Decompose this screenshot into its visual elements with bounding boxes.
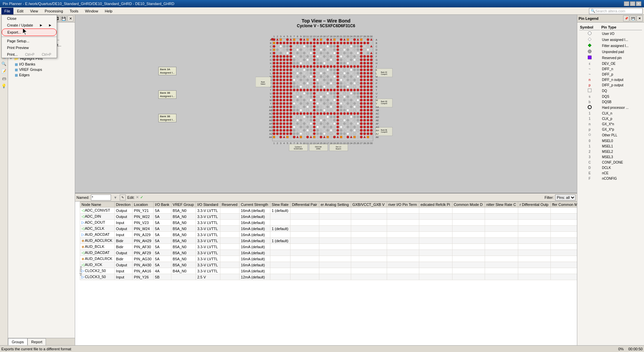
svg-rect-954	[340, 136, 342, 138]
col-common-mode[interactable]: Common Mode D	[452, 202, 485, 208]
table-row[interactable]: ▷AUD_ADCDAT Input PIN_AJ29 5A B5A_N0 3.3…	[80, 232, 577, 238]
menu-processing[interactable]: Processing	[42, 8, 66, 14]
col-io-standard[interactable]: I/O Standard	[196, 202, 220, 208]
svg-point-1194	[273, 133, 275, 135]
sidebar-icon-10[interactable]: 💡	[1, 83, 7, 89]
tab-groups[interactable]: Groups	[8, 338, 28, 345]
menu-edit[interactable]: Edit	[14, 8, 26, 14]
col-io-pin-term[interactable]: river I/O Pin Term	[387, 202, 419, 208]
col-node-name[interactable]: Node Name	[80, 202, 115, 208]
svg-point-1019	[290, 72, 292, 75]
svg-text:K: K	[270, 69, 272, 71]
sidebar-icon-8[interactable]: 📝	[1, 68, 7, 75]
svg-point-1103	[370, 99, 373, 101]
col-slew-rate[interactable]: Slew Rate	[270, 202, 290, 208]
table-row[interactable]: ▷CLOCK3_50 Input PIN_Y26 5B 2.5 V 12mA (…	[80, 274, 577, 280]
col-slew-c[interactable]: nitter Slew Rate C	[485, 202, 518, 208]
svg-point-1182	[367, 126, 369, 128]
col-common-mc[interactable]: ffer Common Mc	[551, 202, 577, 208]
menu-export[interactable]: Export...	[2, 29, 57, 36]
col-location[interactable]: Location	[132, 202, 154, 208]
svg-point-198	[320, 52, 322, 54]
legend-icon1[interactable]: 📌	[623, 15, 629, 21]
task-io-banks[interactable]: ▦ I/O Banks	[8, 61, 75, 67]
menu-close[interactable]: Close	[2, 15, 57, 22]
legend-icon2[interactable]: 💾	[630, 15, 636, 21]
col-io-bank[interactable]: I/O Bank	[154, 202, 171, 208]
top-view-canvas[interactable]: Top View – Wire Bond Cyclone V - 5CSXFC6…	[75, 15, 577, 193]
menu-view[interactable]: View	[27, 8, 41, 14]
edit-cancel-icon[interactable]: ✕	[136, 195, 139, 200]
col-analog[interactable]: er Analog Setting	[319, 202, 351, 208]
table-row[interactable]: ◁AUD_XCK Output PIN_AH30 5A B5A_N0 3.3-V…	[80, 262, 577, 268]
table-row[interactable]: ◁AUD_DACDAT Output PIN_AF29 5A B5A_N0 3.…	[80, 250, 577, 256]
col-diff-pair[interactable]: Differential Pair	[290, 202, 319, 208]
search-box[interactable]: 🔍 Search altera.com	[589, 8, 643, 14]
cell-refclk	[419, 256, 452, 262]
table-row[interactable]: ◈AUD_ADCLRCK Bidir PIN_AH29 5A B5A_N0 3.…	[80, 238, 577, 244]
menu-help[interactable]: Help	[102, 8, 116, 14]
col-vref-group[interactable]: VREF Group	[171, 202, 196, 208]
svg-point-1076	[280, 92, 282, 95]
col-diff-out[interactable]: r Differential Outp	[518, 202, 551, 208]
cell-pin-term	[387, 268, 419, 274]
col-direction[interactable]: Direction	[114, 202, 132, 208]
menu-create-update[interactable]: Create / Update ▶	[2, 22, 57, 29]
svg-text:H: H	[376, 62, 377, 64]
pin-table-container[interactable]: All Pins Node Name Direction Location I/…	[75, 202, 577, 345]
sidebar-icon-9[interactable]: 🗃	[1, 75, 7, 82]
menu-file[interactable]: File	[1, 8, 13, 14]
col-gxb[interactable]: GXB/VCCT_GXB V	[351, 202, 387, 208]
table-row[interactable]: ◁ADC_CONVST Output PIN_Y21 5A B5A_N0 3.3…	[80, 208, 577, 214]
svg-point-327	[350, 65, 353, 68]
svg-point-1127	[283, 109, 285, 112]
sidebar-icon-7[interactable]: 🔍	[1, 60, 7, 67]
tab-report[interactable]: Report	[28, 338, 46, 345]
cell-diff-out	[518, 208, 551, 214]
ic-chip-diagram[interactable]: 123 456 789 101112 131415 161718 192021 …	[256, 33, 396, 178]
table-row[interactable]: ◈AUD_BCLK Bidir PIN_AF30 5A B5A_N0 3.3-V…	[80, 244, 577, 250]
filter-select[interactable]: Pins: all	[555, 194, 576, 201]
task-vref-groups[interactable]: ▦ VREF Groups	[8, 67, 75, 72]
svg-point-460	[293, 82, 296, 85]
menu-window[interactable]: Window	[82, 8, 101, 14]
legend-close[interactable]: ✕	[637, 15, 643, 21]
col-refclk[interactable]: edicated Refclk Pi	[419, 202, 452, 208]
svg-text:AJ: AJ	[376, 133, 378, 135]
svg-point-967	[283, 55, 285, 58]
tasks-panel-close[interactable]: ✕	[67, 15, 73, 21]
table-row[interactable]: ◈AUD_DACLRCK Bidir PIN_AG30 5A B5A_N0 3.…	[80, 256, 577, 262]
svg-point-983	[370, 59, 373, 61]
col-reserved[interactable]: Reserved	[220, 202, 239, 208]
table-row[interactable]: ◁ADC_SCLK Output PIN_W24 5A B5A_N0 3.3-V…	[80, 226, 577, 232]
tasks-panel-icon2[interactable]: 💾	[61, 15, 67, 21]
cell-location: PIN_AF29	[132, 250, 154, 256]
bottom-icon1[interactable]: ✎	[120, 194, 126, 201]
task-edges[interactable]: ▦ Edges	[8, 72, 75, 78]
svg-point-971	[364, 55, 366, 58]
edit-confirm-icon[interactable]: ✓	[140, 195, 143, 200]
table-row[interactable]: ▷CLOCK2_50 Input PIN_AA16 4A B4A_N0 3.3-…	[80, 268, 577, 274]
close-button[interactable]: ✕	[636, 1, 641, 6]
menu-page-setup[interactable]: Page Setup...	[2, 38, 57, 44]
menu-tools[interactable]: Tools	[67, 8, 82, 14]
table-row[interactable]: ▷ADC_DOUT Input PIN_V23 5A B5A_N0 3.3-V …	[80, 220, 577, 226]
menu-print[interactable]: Print... Ctrl+P Ctrl+P	[2, 51, 57, 58]
cell-reserved	[220, 238, 239, 244]
restore-button[interactable]: □	[630, 1, 635, 6]
svg-point-111	[330, 42, 332, 44]
legend-symbol-cell: 2	[579, 149, 600, 154]
table-row[interactable]: ◁ADC_DIN Output PIN_W22 5A B5A_N0 3.3-V …	[80, 214, 577, 220]
menu-print-preview[interactable]: Print Preview	[2, 44, 57, 51]
named-input[interactable]	[91, 194, 111, 201]
svg-point-556	[313, 92, 316, 95]
svg-point-749	[357, 113, 359, 115]
svg-point-880	[293, 129, 296, 132]
minimize-button[interactable]: _	[624, 1, 629, 6]
legend-symbol-cell: D	[579, 165, 600, 170]
svg-point-1145	[276, 116, 279, 118]
svg-point-1124	[273, 109, 275, 112]
svg-point-324	[340, 65, 342, 68]
col-current-strength[interactable]: Current Strength	[239, 202, 270, 208]
svg-point-765	[310, 116, 312, 118]
